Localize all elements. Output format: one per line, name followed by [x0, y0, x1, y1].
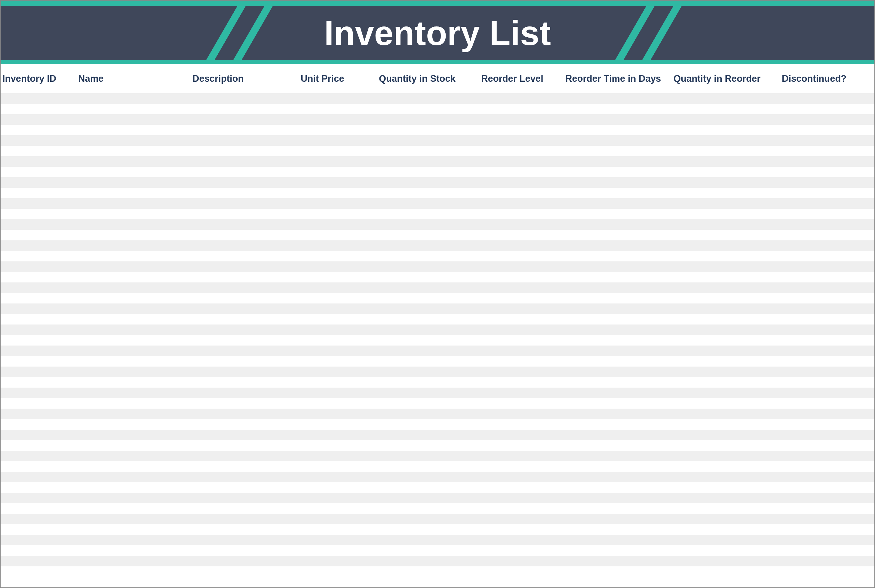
table-row: [1, 188, 874, 198]
table-row: [1, 440, 874, 451]
table-row: [1, 146, 874, 156]
table-row: [1, 398, 874, 409]
table-row: [1, 514, 874, 524]
col-header-name: Name: [76, 73, 190, 84]
table-row: [1, 209, 874, 219]
col-header-unit-price: Unit Price: [298, 73, 376, 84]
table-row: [1, 93, 874, 104]
table-row: [1, 114, 874, 125]
table-row: [1, 366, 874, 377]
table-row: [1, 451, 874, 461]
table-row: [1, 177, 874, 188]
table-row: [1, 409, 874, 419]
table-row: [1, 461, 874, 472]
table-row: [1, 314, 874, 324]
table-row: [1, 430, 874, 440]
table-row: [1, 156, 874, 167]
col-header-discontinued: Discontinued?: [779, 73, 870, 84]
table-row: [1, 272, 874, 282]
header-accent-top: [1, 1, 874, 6]
table-row: [1, 388, 874, 398]
table-row: [1, 482, 874, 493]
table-row: [1, 240, 874, 251]
table-row: [1, 535, 874, 545]
table-row: [1, 135, 874, 146]
table-row: [1, 324, 874, 335]
col-header-description: Description: [190, 73, 298, 84]
table-header-row: Inventory ID Name Description Unit Price…: [1, 64, 874, 93]
table-row: [1, 377, 874, 388]
table-row: [1, 230, 874, 240]
table-row: [1, 493, 874, 503]
table-row: [1, 566, 874, 577]
table-row: [1, 556, 874, 566]
table-row: [1, 345, 874, 356]
table-row: [1, 125, 874, 135]
table-row: [1, 167, 874, 177]
table-row: [1, 524, 874, 535]
table-row: [1, 356, 874, 366]
col-header-reorder-level: Reorder Level: [479, 73, 563, 84]
table-row: [1, 303, 874, 314]
col-header-inventory-id: Inventory ID: [1, 73, 76, 84]
header-banner: Inventory List: [1, 6, 874, 60]
table-row: [1, 219, 874, 230]
table-row: [1, 198, 874, 209]
table-row: [1, 335, 874, 345]
page-title: Inventory List: [324, 13, 551, 53]
table-row: [1, 419, 874, 430]
table-row: [1, 104, 874, 114]
header-accent-bottom: [1, 60, 874, 64]
table-row: [1, 251, 874, 261]
table-row: [1, 472, 874, 482]
table-row: [1, 261, 874, 272]
table-row: [1, 503, 874, 514]
table-row: [1, 293, 874, 303]
col-header-quantity-in-reorder: Quantity in Reorder: [671, 73, 779, 84]
table-body: [1, 93, 874, 577]
table-row: [1, 545, 874, 556]
col-header-quantity-in-stock: Quantity in Stock: [376, 73, 479, 84]
table-row: [1, 282, 874, 293]
col-header-reorder-time: Reorder Time in Days: [563, 73, 671, 84]
